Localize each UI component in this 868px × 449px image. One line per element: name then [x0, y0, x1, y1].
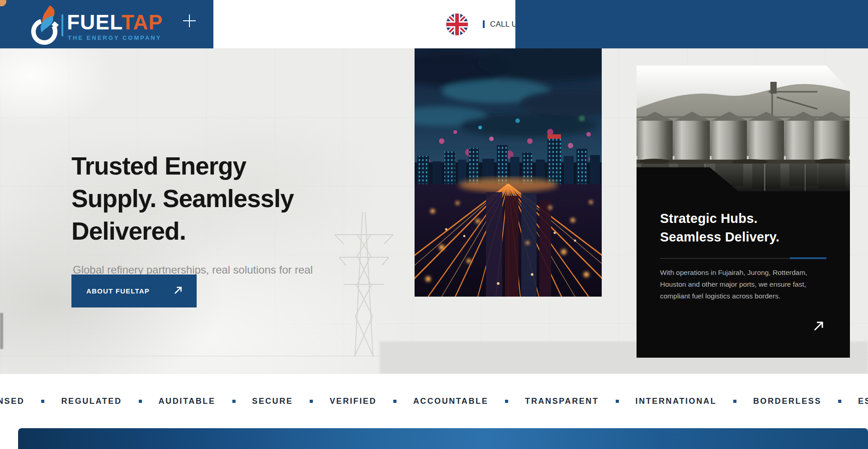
ticker-word: SECURE [252, 397, 293, 406]
square-separator [41, 400, 44, 403]
card-title: Strategic Hubs. Seamless Delivery. [660, 209, 779, 246]
card-divider [660, 257, 826, 259]
square-separator [232, 400, 236, 403]
hero-title: Trusted Energy Supply. Seamlessly Delive… [71, 150, 294, 247]
header-logo-section: FUELTAP THE ENERGY COMPANY [0, 0, 213, 48]
logo-wordmark: FUELTAP [67, 12, 163, 33]
rail-yard-night-photo [415, 48, 602, 297]
ticker-word: BORDERLESS [753, 397, 821, 406]
header-cta-section: REACH OUT [515, 0, 868, 48]
square-separator [505, 400, 508, 403]
strategic-hubs-card[interactable]: Strategic Hubs. Seamless Delivery. With … [637, 167, 850, 358]
hero-section: Trusted Energy Supply. Seamlessly Delive… [0, 48, 868, 374]
ticker-row: NSED REGULATED AUDITABLE SECURE VERIFIED… [0, 374, 868, 428]
trust-ticker: NSED REGULATED AUDITABLE SECURE VERIFIED… [0, 374, 868, 428]
ticker-word: REGULATED [61, 397, 122, 406]
header: FUELTAP THE ENERGY COMPANY CALL US: +603… [0, 0, 868, 48]
next-section-banner [18, 428, 868, 449]
uk-flag-icon[interactable] [446, 13, 468, 36]
logo-tagline: THE ENERGY COMPANY [68, 34, 161, 41]
header-contact-section: CALL US: +603-7887-9194 MAIL US: BUSINES… [213, 0, 515, 48]
fueltap-logo[interactable]: FUELTAP THE ENERGY COMPANY [29, 5, 165, 46]
ticker-word: INTERNATIONAL [636, 397, 717, 406]
ticker-word: ACCOUNTABLE [413, 397, 488, 406]
menu-plus-icon[interactable] [182, 14, 197, 28]
ticker-word: ESTABLISHED [858, 397, 868, 406]
square-separator [733, 400, 736, 403]
square-separator [310, 400, 313, 403]
square-separator [393, 400, 396, 403]
ticker-word: NSED [0, 397, 24, 406]
about-fueltap-label: ABOUT FUELTAP [86, 287, 150, 295]
ticker-word: AUDITABLE [159, 397, 216, 406]
hero-title-line: Supply. Seamlessly [71, 182, 294, 215]
card-body-text: With operations in Fujairah, Jurong, Rot… [660, 267, 818, 302]
logo-divider [61, 14, 63, 36]
square-separator [838, 400, 841, 403]
hero-title-line: Delivered. [71, 215, 294, 247]
ticker-word: TRANSPARENT [525, 397, 599, 406]
background-pole [0, 313, 3, 349]
tick-decoration [483, 20, 485, 28]
square-separator [139, 400, 142, 403]
corner-decoration [0, 0, 6, 6]
card-title-line: Strategic Hubs. [660, 209, 779, 228]
arrow-up-right-icon[interactable] [813, 320, 825, 334]
arrow-up-right-icon [173, 285, 183, 297]
card-title-line: Seamless Delivery. [660, 228, 779, 246]
about-fueltap-button[interactable]: ABOUT FUELTAP [71, 274, 197, 307]
transmission-tower-silhouette [330, 208, 398, 357]
hero-title-line: Trusted Energy [71, 150, 294, 182]
square-separator [616, 400, 619, 403]
ticker-word: VERIFIED [330, 397, 377, 406]
